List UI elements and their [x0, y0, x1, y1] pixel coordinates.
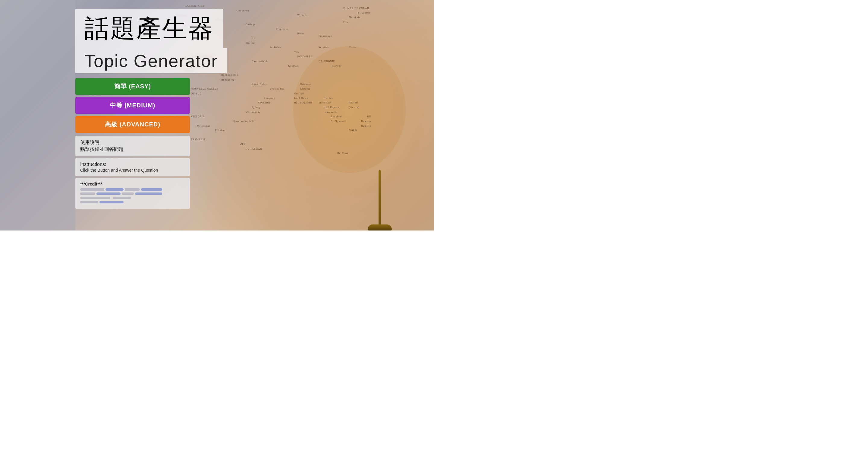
easy-button[interactable]: 簡單 (EASY) [75, 78, 190, 95]
chinese-instructions-box: 使用說明: 點擊按鈕並回答問題 [75, 136, 190, 156]
credit-segment-gray [80, 188, 104, 191]
credit-segment-gray5 [80, 197, 110, 199]
english-instructions-body: Click the Button and Answer the Question [80, 168, 185, 173]
english-instructions-box: Instructions: Click the Button and Answe… [75, 158, 190, 176]
credit-title: ***Credit*** [80, 182, 185, 186]
credit-segment-gray2 [125, 188, 140, 191]
title-english: Topic Generator [75, 48, 227, 73]
credit-box: ***Credit*** [75, 178, 190, 209]
medium-button[interactable]: 中等 (MEDIUM) [75, 97, 190, 114]
credit-line-3 [80, 197, 185, 199]
credit-segment-blue [105, 188, 124, 191]
advanced-button[interactable]: 高級 (ADVANCED) [75, 116, 190, 133]
chinese-instructions-body: 點擊按鈕並回答問題 [80, 146, 185, 153]
credit-segment-blue4 [135, 193, 162, 195]
credit-segment-gray7 [80, 201, 98, 203]
credit-segment-blue5 [99, 201, 124, 203]
credit-segment-gray4 [122, 193, 134, 195]
credit-segment-blue2 [141, 188, 162, 191]
credit-line-4 [80, 201, 185, 203]
title-chinese: 話題產生器 [75, 9, 223, 48]
chinese-instructions-title: 使用說明: [80, 139, 185, 146]
buttons-container: 簡單 (EASY) 中等 (MEDIUM) 高級 (ADVANCED) [75, 78, 190, 133]
credit-line-2 [80, 193, 185, 195]
content-area: 話題產生器 Topic Generator 簡單 (EASY) 中等 (MEDI… [0, 0, 434, 231]
english-instructions-title: Instructions: [80, 162, 185, 167]
credit-segment-gray3 [80, 193, 95, 195]
credit-segment-gray6 [113, 197, 131, 199]
credit-line-1 [80, 188, 185, 191]
credit-segment-blue3 [96, 193, 121, 195]
